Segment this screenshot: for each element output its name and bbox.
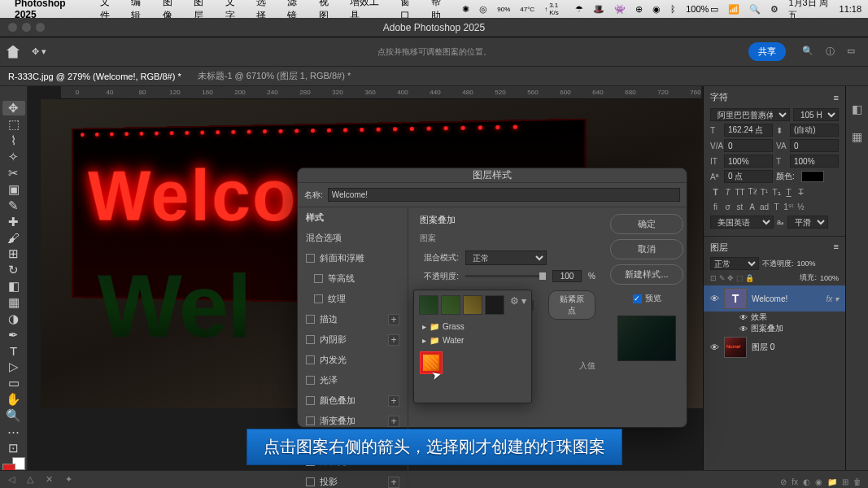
- text-color-swatch[interactable]: [801, 171, 824, 182]
- control-center-icon[interactable]: ⚙: [770, 4, 779, 15]
- move-tool-icon[interactable]: ✥ ▾: [32, 46, 46, 57]
- style-texture[interactable]: 纹理: [298, 289, 408, 309]
- marquee-tool[interactable]: ⬚: [2, 117, 25, 132]
- add-color-overlay[interactable]: +: [388, 395, 399, 407]
- style-satin[interactable]: 光泽: [298, 370, 408, 390]
- heal-tool[interactable]: ✚: [2, 215, 25, 229]
- tab-1[interactable]: 未标题-1 @ 6710% (图层 1, RGB/8#) *: [198, 70, 351, 82]
- pattern-preset-1[interactable]: [419, 295, 438, 315]
- style-drop-shadow[interactable]: 投影+: [298, 472, 408, 488]
- delete-icon[interactable]: 🗑: [853, 477, 861, 486]
- wand-tool[interactable]: ✧: [2, 150, 25, 164]
- add-gradient-overlay[interactable]: +: [388, 416, 399, 427]
- pen-tool[interactable]: ✒: [2, 328, 25, 342]
- style-color-overlay[interactable]: 颜色叠加+: [298, 390, 408, 411]
- swatches-panel-icon[interactable]: ▦: [852, 130, 862, 143]
- sigma-btn[interactable]: σ: [722, 201, 733, 212]
- default-hint[interactable]: 入值: [579, 360, 595, 372]
- history-brush-tool[interactable]: ↻: [2, 263, 25, 277]
- pattern-preset-4[interactable]: [485, 295, 504, 315]
- stamp-tool[interactable]: ⊞: [2, 246, 25, 261]
- path-tool[interactable]: ▷: [2, 359, 25, 374]
- layer-welcome[interactable]: 👁 T Welcome! fx ▾: [704, 285, 845, 312]
- zoom-tool[interactable]: 🔍: [2, 408, 25, 423]
- bold-btn[interactable]: T: [710, 186, 721, 198]
- up-arrow-icon[interactable]: △: [27, 474, 33, 485]
- layer-effects-header[interactable]: 👁效果: [704, 312, 845, 323]
- tracking[interactable]: [790, 139, 839, 152]
- sub-btn[interactable]: T₁: [771, 186, 782, 198]
- fi-btn[interactable]: fi: [710, 201, 721, 212]
- hscale[interactable]: [790, 155, 839, 168]
- preview-checkbox[interactable]: ✓预览: [633, 293, 661, 304]
- edit-toolbar[interactable]: ⊡: [2, 441, 25, 455]
- fill-value[interactable]: 100%: [820, 274, 839, 282]
- pattern-group-water[interactable]: ▸📁Water: [419, 333, 526, 347]
- gradient-tool[interactable]: ▦: [2, 295, 25, 310]
- type-tool[interactable]: T: [2, 344, 25, 358]
- color-panel-icon[interactable]: ◧: [852, 102, 862, 115]
- 1st-btn[interactable]: 1ˢᵗ: [783, 201, 794, 212]
- layer-background[interactable]: 👁 图层 0: [704, 334, 845, 360]
- search-icon[interactable]: 🔍: [802, 46, 813, 58]
- weight-select[interactable]: 105 Heavy: [793, 108, 839, 121]
- shape-tool[interactable]: ▭: [2, 376, 25, 390]
- minimize-dot[interactable]: [22, 23, 31, 32]
- layers-menu-icon[interactable]: ≡: [834, 242, 839, 251]
- smallcaps-btn[interactable]: Tᴤ: [747, 186, 757, 198]
- leading[interactable]: [790, 124, 839, 137]
- layer-thumb-type[interactable]: T: [724, 288, 747, 309]
- lock-icons[interactable]: ⊡ ✎ ✥ ⬚ 🔒: [710, 274, 754, 282]
- link-icon[interactable]: ⊘: [780, 477, 787, 486]
- strike-btn[interactable]: T: [796, 186, 806, 198]
- add-stroke[interactable]: +: [388, 314, 399, 325]
- sparkle-icon[interactable]: ✦: [65, 474, 72, 485]
- home-icon[interactable]: [7, 46, 20, 59]
- close-x-icon[interactable]: ✕: [46, 474, 53, 485]
- underline-btn[interactable]: T: [783, 186, 794, 198]
- ad-btn[interactable]: ad: [759, 201, 770, 212]
- lang-select[interactable]: 美国英语: [710, 216, 774, 229]
- fx-icon[interactable]: fx: [792, 477, 798, 486]
- style-stroke[interactable]: 描边+: [298, 309, 408, 329]
- group-icon[interactable]: 📁: [827, 477, 837, 486]
- aa-select[interactable]: 平滑: [787, 216, 828, 229]
- snap-origin-button[interactable]: 贴紧原点: [548, 290, 595, 320]
- italic-btn[interactable]: T: [722, 186, 733, 198]
- layer-name[interactable]: 图层 0: [752, 342, 839, 353]
- frame-tool[interactable]: ▣: [2, 182, 25, 197]
- fx-badge[interactable]: fx ▾: [826, 294, 839, 303]
- more-tool[interactable]: ⋯: [2, 425, 25, 439]
- pattern-group-grass[interactable]: ▸📁Grass: [419, 320, 526, 333]
- gear-icon[interactable]: ⚙ ▾: [510, 295, 526, 307]
- blend-mode[interactable]: 正常: [710, 257, 759, 270]
- baseline[interactable]: [724, 170, 773, 183]
- caps-btn[interactable]: TT: [735, 186, 745, 198]
- eyedropper-tool[interactable]: ✎: [2, 198, 25, 213]
- visibility-icon[interactable]: 👁: [710, 342, 719, 352]
- hand-tool[interactable]: ✋: [2, 392, 25, 407]
- add-drop-shadow[interactable]: +: [388, 477, 399, 488]
- new-style-button[interactable]: 新建样式...: [610, 264, 683, 285]
- opacity-slider[interactable]: [465, 275, 546, 277]
- st-btn[interactable]: st: [735, 201, 745, 212]
- visibility-icon[interactable]: 👁: [710, 294, 719, 303]
- a-btn[interactable]: A: [747, 201, 757, 212]
- mask-icon[interactable]: ◐: [803, 477, 810, 486]
- font-size[interactable]: [724, 124, 773, 137]
- tab-0[interactable]: R-333C.jpg @ 279% (Welcome!, RGB/8#) *: [8, 72, 181, 81]
- t1-btn[interactable]: T: [771, 201, 782, 212]
- maximize-dot[interactable]: [36, 23, 45, 32]
- style-bevel[interactable]: 斜面和浮雕: [298, 248, 408, 268]
- search-icon[interactable]: 🔍: [749, 4, 761, 15]
- cancel-button[interactable]: 取消: [610, 239, 683, 259]
- font-select[interactable]: 阿里巴巴普惠体 3.0: [710, 108, 790, 121]
- style-contour[interactable]: 等高线: [298, 268, 408, 289]
- close-dot[interactable]: [8, 23, 17, 32]
- layer-thumb-img[interactable]: [724, 337, 747, 358]
- opacity-value[interactable]: 100%: [797, 259, 816, 268]
- panel-menu-icon[interactable]: ≡: [834, 93, 839, 102]
- left-arrow-icon[interactable]: ◁: [8, 474, 15, 485]
- adjust-tool[interactable]: ◑: [2, 312, 25, 326]
- color-swatches[interactable]: [2, 464, 25, 470]
